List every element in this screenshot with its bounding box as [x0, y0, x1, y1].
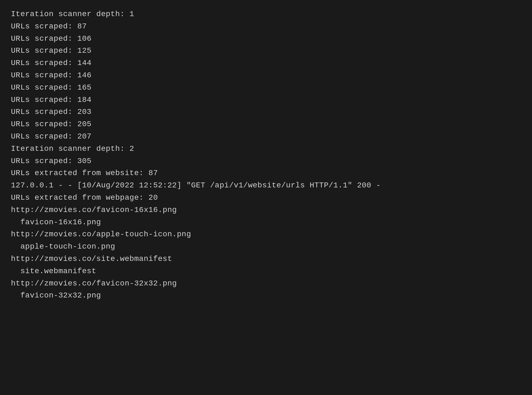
- terminal-line: favicon-16x16.png: [11, 216, 521, 229]
- terminal-line: URLs scraped: 184: [11, 94, 521, 106]
- terminal-line: apple-touch-icon.png: [11, 241, 521, 253]
- terminal-line: URLs scraped: 305: [11, 155, 521, 167]
- terminal-line: site.webmanifest: [11, 265, 521, 278]
- terminal-line: URLs scraped: 207: [11, 131, 521, 143]
- terminal-line: URLs scraped: 125: [11, 45, 521, 57]
- terminal-line: URLs scraped: 203: [11, 106, 521, 118]
- terminal-line: http://zmovies.co/site.webmanifest: [11, 253, 521, 265]
- terminal-line: favicon-32x32.png: [11, 290, 521, 302]
- terminal-line: URLs extracted from website: 87: [11, 167, 521, 179]
- terminal-line: URLs scraped: 87: [11, 20, 521, 33]
- terminal-output: Iteration scanner depth: 1URLs scraped: …: [11, 8, 521, 302]
- terminal-line: URLs extracted from webpage: 20: [11, 192, 521, 204]
- terminal-line: http://zmovies.co/favicon-32x32.png: [11, 278, 521, 290]
- terminal-line: http://zmovies.co/apple-touch-icon.png: [11, 228, 521, 241]
- terminal-line: 127.0.0.1 - - [10/Aug/2022 12:52:22] "GE…: [11, 179, 521, 192]
- terminal-line: URLs scraped: 146: [11, 69, 521, 82]
- terminal-line: http://zmovies.co/favicon-16x16.png: [11, 204, 521, 216]
- terminal-line: Iteration scanner depth: 1: [11, 8, 521, 20]
- terminal-line: URLs scraped: 106: [11, 33, 521, 45]
- terminal-line: URLs scraped: 144: [11, 57, 521, 69]
- terminal-line: URLs scraped: 165: [11, 82, 521, 94]
- terminal-line: Iteration scanner depth: 2: [11, 143, 521, 155]
- terminal-line: URLs scraped: 205: [11, 118, 521, 131]
